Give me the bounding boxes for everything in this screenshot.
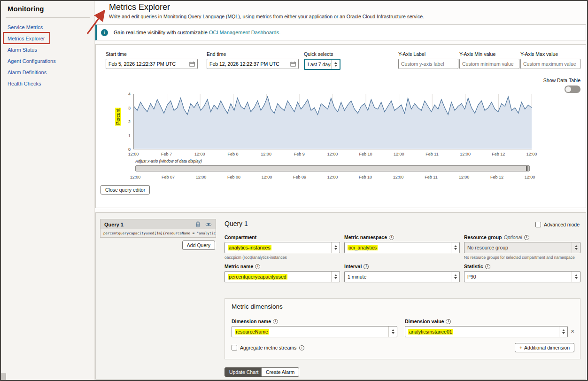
statistic-field: Statistici P90 — [464, 264, 580, 282]
additional-dimension-label: Additional dimension — [524, 345, 570, 350]
y-axis-max-input[interactable] — [520, 59, 580, 69]
dimension-value-label: Dimension value — [405, 319, 444, 324]
metric-dimensions-title: Metric dimensions — [232, 303, 283, 310]
start-time-input[interactable] — [106, 61, 189, 67]
x-axis-range-slider[interactable] — [135, 165, 530, 171]
metric-name-label: Metric name — [224, 264, 253, 269]
add-query-button[interactable]: Add Query — [182, 241, 215, 250]
additional-dimension-button[interactable]: + Additional dimension — [515, 343, 574, 352]
y-tick-label: 4 — [128, 92, 131, 96]
query-card[interactable]: Query 1 percentquerycapacityused[1m]{res… — [100, 219, 216, 238]
advanced-mode-checkbox[interactable] — [535, 222, 541, 227]
resource-group-label: Resource group — [464, 234, 502, 240]
slider-tick-label: 12:00 — [196, 175, 207, 179]
end-time-label: End time — [207, 51, 226, 57]
resource-group-select[interactable]: No resource group — [464, 242, 580, 253]
sidebar-item-metrics-explorer[interactable]: Metrics Explorer — [1, 33, 94, 44]
quick-selects-select[interactable]: Last 7 days — [304, 59, 340, 70]
slider-tick-label: Feb 08 — [227, 175, 240, 179]
page-subtitle: Write and edit queries in Monitoring Que… — [109, 14, 579, 19]
aggregate-streams-control: Aggregate metric streams i — [232, 345, 304, 350]
compartment-helper: oaccpicm (root)/analytics-instances — [224, 255, 340, 260]
sidebar-item-alarm-definitions[interactable]: Alarm Definitions — [1, 67, 94, 78]
sidebar-item-service-metrics[interactable]: Service Metrics — [1, 22, 94, 33]
quick-selects-field: Quick selects Last 7 days — [304, 51, 340, 70]
slider-tick-label: 12:00 — [130, 175, 141, 179]
page-title: Metrics Explorer — [109, 2, 170, 12]
update-chart-button[interactable]: Update Chart — [224, 367, 263, 377]
slider-tick-label: Feb 07 — [162, 175, 175, 179]
aggregate-streams-checkbox[interactable] — [232, 345, 237, 350]
sidebar-title: Monitoring — [6, 1, 90, 18]
query-editor-panel: Query 1 percentquerycapacityused[1m]{res… — [95, 212, 586, 380]
dimension-name-label: Dimension name — [232, 319, 271, 324]
slider-tick-label: Feb 09 — [293, 175, 306, 179]
delete-query-icon[interactable] — [195, 221, 201, 227]
statistic-select[interactable]: P90 — [464, 271, 580, 282]
slider-tick-label: 12:00 — [327, 175, 338, 179]
create-alarm-button[interactable]: Create Alarm — [261, 367, 299, 377]
quick-selects-label: Quick selects — [304, 51, 333, 57]
dimension-name-select[interactable]: resourceName — [232, 326, 397, 337]
slider-tick-label: Feb 12 — [490, 175, 503, 179]
metric-chart — [133, 94, 532, 149]
slider-ticks: 12:00Feb 0712:00Feb 0812:00Feb 0912:00Fe… — [135, 175, 530, 180]
end-time-field: End time — [207, 51, 299, 69]
info-icon: i — [446, 319, 451, 324]
query-mql-text: percentquerycapacityused[1m]{resourceNam… — [101, 229, 216, 237]
metric-namespace-select[interactable]: oci_analytics — [344, 242, 460, 253]
remove-dimension-icon[interactable]: × — [571, 328, 574, 334]
sidebar-item-health-checks[interactable]: Health Checks — [1, 78, 94, 89]
calendar-icon[interactable] — [290, 61, 296, 67]
y-axis-label-input[interactable] — [398, 59, 458, 69]
y-axis-max-label: Y-Axis Max value — [520, 51, 558, 57]
y-axis-min-label: Y-Axis Min value — [459, 51, 495, 57]
metric-dimensions-section: Metric dimensions Dimension namei resour… — [224, 298, 580, 359]
banner-link[interactable]: OCI Management Dashboards. — [209, 30, 280, 35]
dimension-value-select[interactable]: analyticsinstance01 — [405, 326, 568, 337]
slider-tick-label: 12:00 — [525, 175, 535, 179]
y-axis-label-label: Y-Axis Label — [398, 51, 426, 57]
resource-group-helper: No resource groups for selected compartm… — [464, 255, 580, 260]
dimension-value-field: Dimension valuei analyticsinstance01 — [405, 319, 568, 337]
chart-panel: Start time End time Quick selects Last 7… — [95, 44, 586, 208]
x-tick-label: Feb 8 — [227, 152, 238, 156]
sidebar-item-alarm-status[interactable]: Alarm Status — [1, 44, 94, 55]
x-tick-label: 12:00 — [128, 152, 139, 156]
compartment-select[interactable]: analytics-instances — [224, 242, 340, 253]
info-icon: i — [524, 235, 529, 240]
metric-chart-svg — [134, 94, 532, 149]
y-axis-max-field: Y-Axis Max value — [520, 51, 580, 69]
calendar-icon[interactable] — [189, 61, 195, 67]
x-tick-label: 12:00 — [194, 152, 205, 156]
visibility-icon[interactable] — [205, 222, 212, 227]
x-tick-label: 12:00 — [327, 152, 338, 156]
oci-monitoring-screen: Monitoring Service Metrics Metrics Explo… — [0, 0, 588, 381]
end-time-input[interactable] — [207, 61, 290, 67]
query-card-title: Query 1 — [104, 222, 124, 227]
x-tick-label: 12:00 — [261, 152, 271, 156]
metric-name-select[interactable]: percentquerycapacityused — [224, 271, 340, 282]
metric-name-field: Metric namei percentquerycapacityused — [224, 264, 340, 282]
compartment-field: Compartment analytics-instances oaccpicm… — [224, 234, 340, 260]
y-axis-min-input[interactable] — [459, 59, 519, 69]
slider-tick-label: 12:00 — [393, 175, 404, 179]
scrollbar-corner — [1, 373, 6, 380]
interval-select[interactable]: 1 minute — [344, 271, 460, 282]
slider-tick-label: Feb 11 — [425, 175, 437, 179]
show-data-table-toggle[interactable] — [565, 86, 580, 93]
slider-handle[interactable] — [526, 166, 528, 171]
compartment-label: Compartment — [224, 234, 256, 240]
y-axis-ticks: 01234 — [122, 94, 131, 149]
start-time-field: Start time — [106, 51, 198, 69]
select-caret-icon — [451, 272, 459, 282]
x-axis-ticks: 12:00Feb 712:00Feb 812:00Feb 912:00Feb 1… — [133, 152, 532, 157]
dimension-name-field: Dimension namei resourceName — [232, 319, 397, 337]
show-data-table-label: Show Data Table — [520, 78, 580, 83]
x-tick-label: Feb 11 — [426, 152, 438, 156]
sidebar-item-agent-configurations[interactable]: Agent Configurations — [1, 55, 94, 67]
info-icon: i — [485, 264, 490, 269]
advanced-mode-control: Advanced mode — [535, 222, 580, 227]
info-icon: i — [273, 319, 278, 324]
close-query-editor-button[interactable]: Close query editor — [101, 185, 150, 194]
